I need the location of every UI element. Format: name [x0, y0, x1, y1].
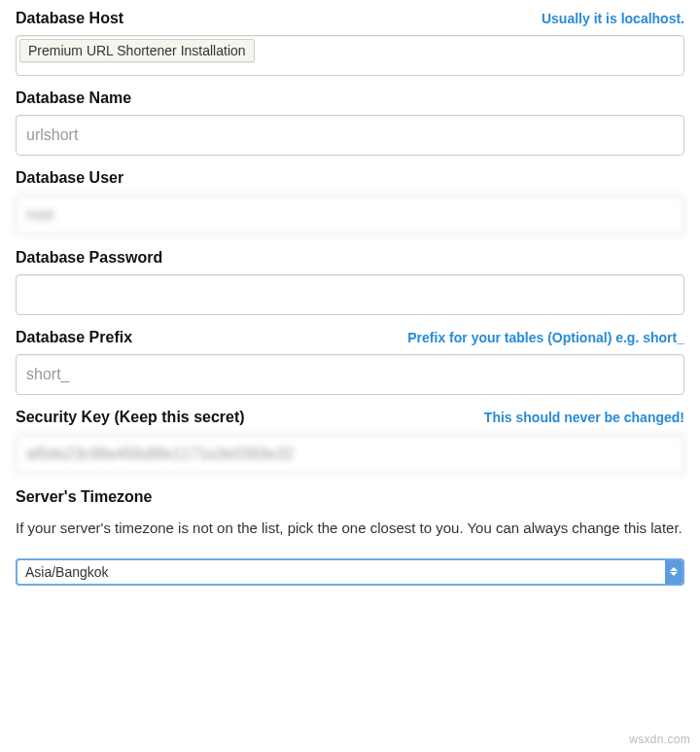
security-key-input[interactable] [16, 434, 684, 475]
timezone-selected-value: Asia/Bangkok [18, 560, 665, 584]
db-user-label: Database User [16, 169, 123, 187]
select-arrow-icon [665, 560, 682, 584]
db-prefix-label: Database Prefix [16, 329, 132, 346]
db-prefix-input[interactable] [16, 354, 684, 395]
security-key-hint: This should never be changed! [484, 410, 684, 425]
timezone-label: Server's Timezone [16, 488, 152, 506]
db-host-hint: Usually it is localhost. [542, 11, 684, 26]
db-password-label: Database Password [16, 249, 162, 267]
db-prefix-hint: Prefix for your tables (Optional) e.g. s… [407, 330, 684, 345]
db-password-input[interactable] [16, 274, 684, 315]
db-host-label: Database Host [16, 10, 123, 27]
install-tooltip: Premium URL Shortener Installation [19, 39, 255, 62]
db-name-label: Database Name [16, 90, 131, 107]
db-user-input[interactable] [16, 195, 684, 235]
timezone-description: If your server's timezone is not on the … [16, 516, 684, 541]
db-name-input[interactable] [16, 115, 684, 156]
security-key-label: Security Key (Keep this secret) [16, 409, 245, 426]
timezone-select[interactable]: Asia/Bangkok [16, 558, 684, 586]
